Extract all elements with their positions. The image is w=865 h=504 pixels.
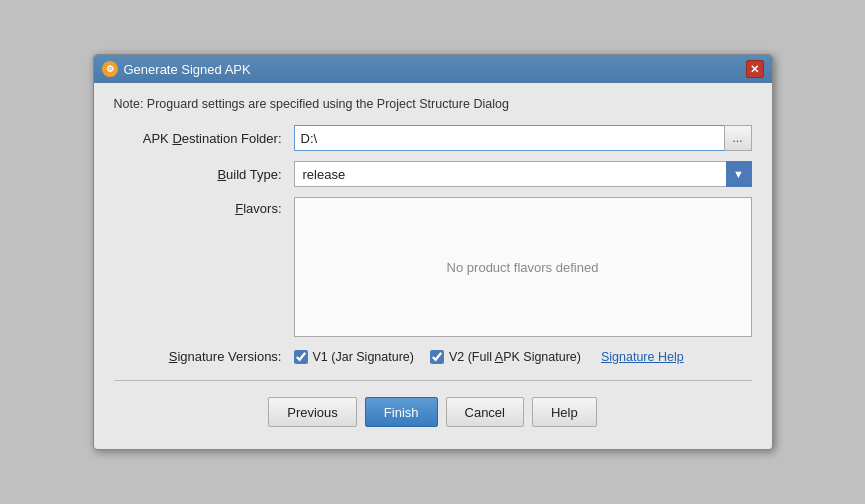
signature-versions-label: Signature Versions: bbox=[114, 349, 294, 364]
flavors-row: Flavors: No product flavors defined bbox=[114, 197, 752, 337]
generate-signed-apk-dialog: ⚙ Generate Signed APK ✕ Note: Proguard s… bbox=[93, 54, 773, 450]
build-type-label: Build Type: bbox=[114, 167, 294, 182]
v1-label: V1 (Jar Signature) bbox=[313, 350, 414, 364]
signature-options: V1 (Jar Signature) V2 (Full APK Signatur… bbox=[294, 350, 752, 364]
signature-help-link[interactable]: Signature Help bbox=[601, 350, 684, 364]
no-flavors-text: No product flavors defined bbox=[447, 260, 599, 275]
previous-button[interactable]: Previous bbox=[268, 397, 357, 427]
v1-checkbox[interactable] bbox=[294, 350, 308, 364]
destination-input-wrap: ... bbox=[294, 125, 752, 151]
browse-button[interactable]: ... bbox=[724, 125, 752, 151]
button-row: Previous Finish Cancel Help bbox=[114, 393, 752, 433]
title-bar: ⚙ Generate Signed APK ✕ bbox=[94, 55, 772, 83]
flavors-box: No product flavors defined bbox=[294, 197, 752, 337]
signature-versions-row: Signature Versions: V1 (Jar Signature) V… bbox=[114, 349, 752, 364]
close-button[interactable]: ✕ bbox=[746, 60, 764, 78]
build-type-row: Build Type: release debug ▼ bbox=[114, 161, 752, 187]
build-type-select-wrap: release debug ▼ bbox=[294, 161, 752, 187]
apk-destination-label: APK Destination Folder: bbox=[114, 131, 294, 146]
v2-checkbox-item: V2 (Full APK Signature) bbox=[430, 350, 581, 364]
title-bar-left: ⚙ Generate Signed APK bbox=[102, 61, 251, 77]
dialog-icon: ⚙ bbox=[102, 61, 118, 77]
apk-destination-row: APK Destination Folder: ... bbox=[114, 125, 752, 151]
help-button[interactable]: Help bbox=[532, 397, 597, 427]
cancel-button[interactable]: Cancel bbox=[446, 397, 524, 427]
dialog-content: Note: Proguard settings are specified us… bbox=[94, 83, 772, 449]
v1-checkbox-item: V1 (Jar Signature) bbox=[294, 350, 414, 364]
note-text: Note: Proguard settings are specified us… bbox=[114, 97, 752, 111]
destination-input[interactable] bbox=[294, 125, 724, 151]
divider bbox=[114, 380, 752, 381]
flavors-label: Flavors: bbox=[114, 197, 294, 216]
dialog-title: Generate Signed APK bbox=[124, 62, 251, 77]
v2-checkbox[interactable] bbox=[430, 350, 444, 364]
v2-label: V2 (Full APK Signature) bbox=[449, 350, 581, 364]
finish-button[interactable]: Finish bbox=[365, 397, 438, 427]
build-type-select[interactable]: release debug bbox=[294, 161, 752, 187]
